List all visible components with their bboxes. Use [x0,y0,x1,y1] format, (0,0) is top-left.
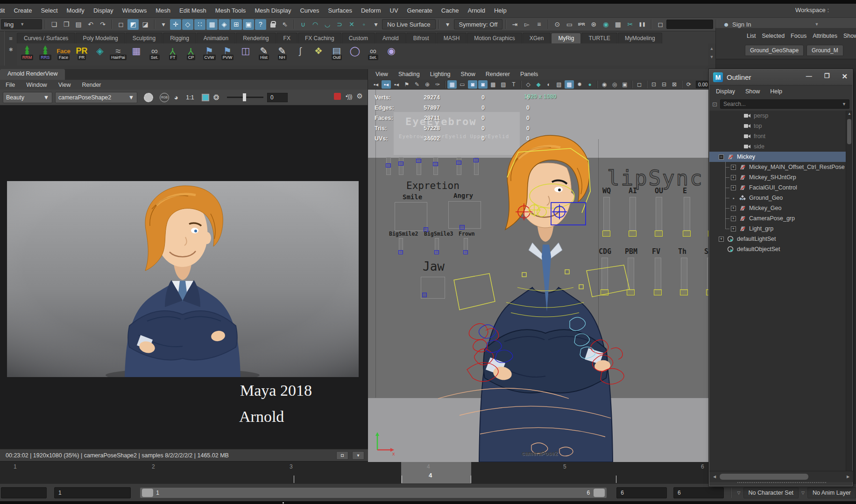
menu-deform[interactable]: Deform [361,7,381,14]
lipsync-slider-handle[interactable] [655,231,663,237]
play-blast-icon[interactable]: ▻ [521,19,532,30]
expander-icon[interactable]: + [731,175,736,180]
outliner-item-mickey-geo[interactable]: + Mickey_Geo [709,203,847,213]
shelf-tab-custom[interactable]: Custom [342,33,375,43]
sign-in-button[interactable]: ☻Sign In▼ [723,21,819,28]
wireframe-on-shaded-icon[interactable]: ▩ [565,80,574,89]
shelf-tab-turtle[interactable]: TURTLE [581,33,617,43]
shelf-tab-fx[interactable]: FX [276,33,297,43]
render-region-icon[interactable]: ▭ [564,19,575,30]
jaw-handle[interactable] [422,293,427,297]
workspace-preset-dropdown[interactable]: ling▼ [1,19,42,29]
attr-menu-list[interactable]: List [747,33,756,39]
shelf-button-icon-20[interactable]: ◉ [383,44,400,57]
lipsync-slider-handle[interactable] [602,231,610,237]
save-scene-icon[interactable]: ▤ [73,19,84,30]
attr-tab-ground-geoshape[interactable]: Ground_GeoShape [745,45,804,56]
facial-slider-handle[interactable] [398,250,403,254]
renderview-menu-file[interactable]: File [6,82,15,88]
outliner-item-camerapose-grp[interactable]: + CameraPose_grp [709,213,847,224]
facial-slider-handle[interactable] [433,162,438,166]
shutter-icon[interactable]: ❂ [209,93,223,102]
playback-end-field[interactable]: 6 [616,487,667,498]
construction-history-icon[interactable]: ◡ [322,19,333,30]
time-slider[interactable]: 4 123456 [0,461,715,483]
outliner-menu-help[interactable]: Help [770,88,782,95]
render-canvas[interactable]: Maya 2018 Arnold [0,105,368,449]
menu-mesh[interactable]: Mesh [156,7,170,14]
outliner-item-persp[interactable]: persp [709,111,847,121]
menu-display[interactable]: Display [93,7,113,14]
default-material-icon[interactable]: ▧ [554,80,564,89]
lipsync-slider-handle[interactable] [627,289,635,295]
renderview-tab[interactable]: Arnold RenderView [0,69,65,80]
window-resize-grip[interactable] [737,482,826,483]
model-viewport-panel[interactable]: ViewShadingLightingShowRendererPanels ▪◂… [368,69,715,462]
shelf-button-nh-14[interactable]: ✎NH [274,44,290,60]
shelf-button-icon-18[interactable]: ◯ [347,44,363,57]
curve-point-icon[interactable]: ◦ [358,19,369,30]
scroll-up-icon[interactable]: ▲ [846,111,853,117]
menu-arnold[interactable]: Arnold [467,7,485,14]
shelf-button-set-7[interactable]: ∞Set. [146,44,163,60]
outliner-item-side[interactable]: side [709,141,847,152]
isolate-select-icon[interactable]: ◻ [635,80,644,89]
shelf-tab-mash[interactable]: MASH [437,33,467,43]
ipr-render-icon[interactable]: IPR [576,19,587,30]
shelf-scroll-up-icon[interactable]: ▲ [710,46,714,51]
shelf-tab-poly-modeling[interactable]: Poly Modeling [76,33,125,43]
xray-icon[interactable]: ⊠ [670,80,679,89]
end-time-field[interactable]: 6 [673,487,724,498]
expander-icon[interactable]: + [731,226,736,231]
shelf-button-cp-9[interactable]: YCP [183,44,199,60]
snap-help-icon[interactable]: ? [255,19,266,30]
film-gate-icon[interactable]: ▭ [458,80,467,89]
angry-handle[interactable] [460,225,465,230]
viewport-menu-panels[interactable]: Panels [520,71,538,77]
scroll-left-icon[interactable]: ◀ [711,474,718,480]
render-current-frame-icon[interactable]: ⊙ [552,19,563,30]
shelf-tab-arnold[interactable]: Arnold [375,33,406,43]
outliner-item-top[interactable]: top [709,121,847,131]
shelf-button-cvw-10[interactable]: ⚑CVW [201,44,218,60]
expander-icon[interactable]: + [731,165,736,170]
menu-cache[interactable]: Cache [441,7,459,14]
select-hierarchy-icon[interactable]: ◻ [115,19,127,30]
camera-attributes-icon[interactable]: ▪◂ [392,80,401,89]
curve-output-icon[interactable]: ◠ [310,19,321,30]
no-live-surface-field[interactable]: No Live Surface [382,19,436,29]
zoom-ratio-label[interactable]: 1:1 [183,94,197,101]
menu-modify[interactable]: Modify [67,7,85,14]
shelf-button-icon-6[interactable]: ▦ [128,44,145,57]
undo-icon[interactable]: ↶ [85,19,96,30]
field-chart-icon[interactable]: ▩ [488,80,498,89]
lock-camera-icon[interactable]: ▪◂ [382,80,391,89]
hud-toggle-icon[interactable]: T [509,80,518,89]
outliner-item-mickey-shjntgrp[interactable]: + Mickey_SHJntGrp [709,172,847,182]
selection-mask-caret-icon[interactable]: ▾ [158,19,169,30]
lights-icon[interactable]: ✹ [575,80,584,89]
select-component-icon[interactable]: ◪ [140,19,151,30]
exposure-value-field[interactable]: 0 [267,93,288,102]
move-pivot-icon[interactable]: ⊕ [423,80,432,89]
outliner-item-defaultobjectset[interactable]: defaultObjectSet [709,244,847,254]
facial-slider-handle[interactable] [474,158,479,162]
shelf-button-rrm-0[interactable]: ▲▲RRM [19,44,35,60]
attr-menu-selected[interactable]: Selected [762,33,785,39]
outliner-item-front[interactable]: front [709,131,847,141]
shelf-button-icon-16[interactable]: ❖ [310,44,327,57]
duplicate-pane-icon[interactable]: ⊡ [649,80,658,89]
shelf-menu-icon[interactable]: ≡ [9,35,13,42]
tear-off-icon[interactable]: ⊟ [659,80,669,89]
viewport-menu-renderer[interactable]: Renderer [486,71,510,77]
viewport-menu-show[interactable]: Show [461,71,475,77]
outliner-menu-show[interactable]: Show [745,88,760,95]
shelf-button-face-2[interactable]: FaceFace [55,44,72,60]
scrollbar-thumb[interactable] [720,474,808,480]
snap-surface-icon[interactable]: ⊞ [231,19,242,30]
outliner-item-ground-geo[interactable]: ● Ground_Geo [709,193,847,203]
renderview-menu-view[interactable]: View [58,82,71,88]
grease-pencil-icon[interactable]: ✎ [412,80,422,89]
minimize-icon[interactable]: — [806,72,812,81]
lipsync-slider-handle[interactable] [654,289,662,295]
